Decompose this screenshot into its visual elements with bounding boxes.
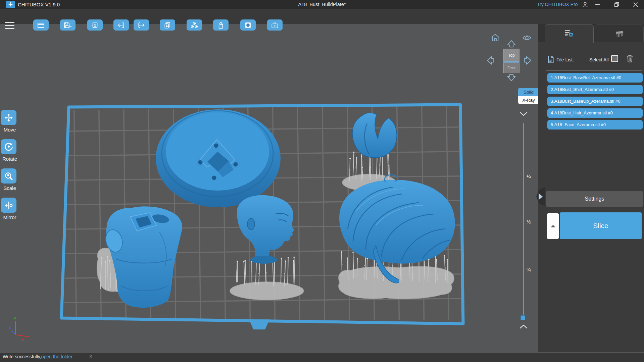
- slider-mark-quarter: ¼: [527, 173, 537, 179]
- panel-collapse-handle[interactable]: [535, 187, 545, 207]
- home-icon: [491, 33, 500, 42]
- slider-step-up-button[interactable]: [519, 324, 528, 329]
- file-document-icon: [548, 55, 554, 63]
- mirror-tool-label: Mirror: [0, 214, 19, 220]
- view-cube-top-face[interactable]: Top: [503, 49, 519, 62]
- status-text: Write successfully,: [3, 354, 41, 359]
- perspective-toggle-button[interactable]: [522, 34, 532, 41]
- minimize-button[interactable]: [592, 0, 603, 9]
- collapse-arrow-icon: [535, 187, 545, 207]
- slice-settings-icon: [564, 29, 574, 38]
- app-name: CHITUBOX V1.9.0: [18, 0, 60, 9]
- close-button[interactable]: [630, 0, 641, 9]
- toolbar: [0, 9, 644, 24]
- minimize-icon: [595, 2, 600, 7]
- slice-button[interactable]: Slice: [560, 212, 642, 239]
- plate-notch: [249, 319, 269, 329]
- try-pro-link[interactable]: Try CHITUBOX Pro: [537, 0, 578, 9]
- chevron-up-icon: [519, 324, 528, 329]
- rotate-view-left-button[interactable]: [486, 54, 495, 66]
- person-icon: [582, 1, 588, 8]
- rotate-view-up-button[interactable]: [505, 39, 517, 48]
- settings-button[interactable]: Settings: [546, 191, 643, 207]
- arrow-right-icon: [524, 54, 532, 66]
- file-list-label: File List:: [556, 57, 574, 62]
- document-title: A18_Bust_BuildPlate*: [298, 0, 346, 9]
- slider-step-down-button[interactable]: [519, 111, 528, 116]
- tab-support-settings[interactable]: [595, 24, 644, 42]
- status-message: Write successfully,open the folder: [3, 354, 72, 359]
- move-tool-button[interactable]: [1, 110, 16, 125]
- arrow-left-icon: [486, 54, 495, 66]
- rotate-tool-label: Rotate: [0, 156, 19, 162]
- eye-icon: [522, 34, 532, 41]
- scale-icon: [4, 171, 13, 181]
- slice-options-button[interactable]: [547, 213, 559, 239]
- trash-icon: [626, 54, 634, 63]
- account-button[interactable]: [579, 0, 591, 9]
- file-list-divider: [546, 70, 642, 70]
- restore-button[interactable]: [611, 0, 622, 9]
- open-folder-link[interactable]: open the folder: [41, 354, 72, 359]
- slider-mark-three-quarter: ¾: [527, 267, 537, 272]
- chevron-down-icon: [519, 111, 528, 116]
- slider-mark-half: ½: [527, 219, 537, 224]
- file-item[interactable]: 2.A18Bust_Shirt_Azerama.stl #0: [547, 85, 643, 94]
- app-logo-icon: [6, 1, 15, 8]
- rotate-icon: [4, 142, 13, 152]
- delete-files-button[interactable]: [626, 54, 634, 63]
- rotate-view-right-button[interactable]: [524, 54, 532, 66]
- layer-slider-handle[interactable]: [521, 315, 525, 320]
- statusbar: [0, 352, 644, 362]
- right-panel: File List: Select All 1.A18Bust_BaseBot_…: [538, 24, 644, 353]
- layer-slider-track[interactable]: [523, 123, 524, 319]
- viewport-canvas[interactable]: Y Z X: [0, 24, 538, 353]
- select-all-label: Select All: [589, 57, 609, 62]
- support-platform-icon: [614, 29, 625, 38]
- rotate-view-down-button[interactable]: [505, 73, 517, 82]
- scale-tool-button[interactable]: [1, 168, 16, 184]
- titlebar: CHITUBOX V1.9.0 A18_Bust_BuildPlate* Try…: [0, 0, 644, 9]
- status-close-button[interactable]: ×: [89, 354, 92, 360]
- view-cube-front-face[interactable]: Front: [503, 62, 519, 73]
- file-item[interactable]: 4.A18Bust_Hair_Azerama.stl #0: [547, 108, 643, 118]
- axis-z-label: Z: [9, 325, 11, 329]
- render-mode-xray-button[interactable]: X-Ray: [518, 96, 539, 104]
- mirror-tool-button[interactable]: [1, 198, 16, 213]
- move-icon: [4, 113, 13, 122]
- axis-y-label: Y: [13, 316, 16, 321]
- file-item[interactable]: 3.A18Bust_BaseUp_Azerama.stl #0: [547, 97, 643, 106]
- restore-icon: [614, 2, 619, 7]
- view-cube: Top Front: [503, 49, 520, 74]
- axis-indicator: Y Z X: [9, 316, 30, 342]
- rotate-tool-button[interactable]: [1, 139, 16, 154]
- model-face-shell[interactable]: [352, 113, 397, 158]
- render-mode-solid-button[interactable]: Solid: [518, 88, 539, 96]
- move-tool-label: Move: [0, 127, 19, 133]
- file-list-icon-wrap: [548, 55, 554, 63]
- tab-slice-settings[interactable]: [545, 24, 594, 43]
- file-item[interactable]: 5.A18_Face_Azerama.stl #0: [547, 120, 643, 130]
- mirror-icon: [4, 201, 13, 210]
- small-up-triangle-icon: [550, 224, 556, 228]
- chitubox-window: CHITUBOX V1.9.0 A18_Bust_BuildPlate* Try…: [0, 0, 644, 362]
- arrow-up-icon: [505, 39, 517, 48]
- file-item[interactable]: 1.A18Bust_BaseBot_Azerama.stl #0: [547, 73, 643, 83]
- model-basebot-disc[interactable]: [156, 109, 281, 207]
- arrow-down-icon: [505, 73, 517, 82]
- close-icon: [633, 2, 638, 7]
- select-all-checkbox[interactable]: [611, 55, 618, 62]
- axis-x-label: X: [21, 337, 24, 342]
- home-view-button[interactable]: [491, 33, 500, 42]
- scale-tool-label: Scale: [0, 185, 19, 191]
